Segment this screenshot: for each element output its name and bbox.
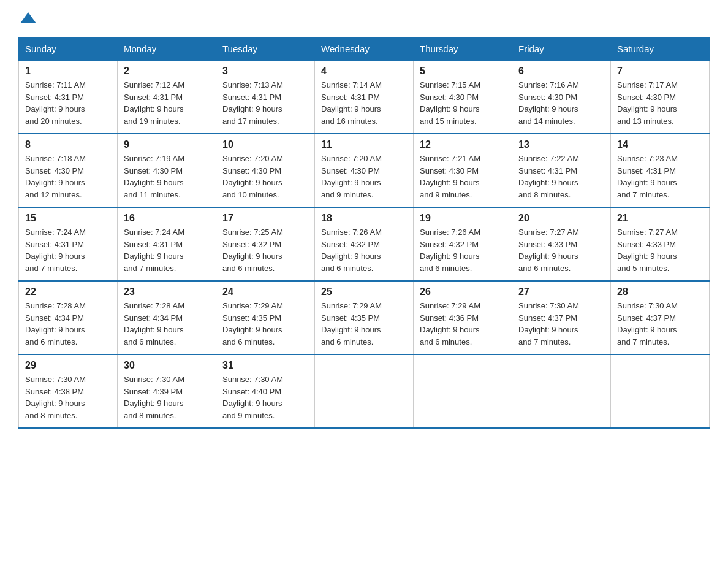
- day-number: 6: [518, 66, 604, 77]
- calendar-cell: 16Sunrise: 7:24 AMSunset: 4:31 PMDayligh…: [118, 207, 216, 281]
- calendar-cell: 31Sunrise: 7:30 AMSunset: 4:40 PMDayligh…: [216, 354, 315, 428]
- calendar-cell: 23Sunrise: 7:28 AMSunset: 4:34 PMDayligh…: [118, 281, 216, 354]
- calendar-week-row: 15Sunrise: 7:24 AMSunset: 4:31 PMDayligh…: [19, 207, 710, 281]
- day-info: Sunrise: 7:19 AMSunset: 4:30 PMDaylight:…: [124, 153, 210, 201]
- calendar-cell: 6Sunrise: 7:16 AMSunset: 4:30 PMDaylight…: [512, 61, 611, 134]
- calendar-cell: 22Sunrise: 7:28 AMSunset: 4:34 PMDayligh…: [19, 281, 118, 354]
- day-number: 23: [124, 286, 210, 297]
- day-number: 28: [617, 286, 703, 297]
- day-info: Sunrise: 7:27 AMSunset: 4:33 PMDaylight:…: [518, 226, 604, 274]
- calendar-cell: 9Sunrise: 7:19 AMSunset: 4:30 PMDaylight…: [118, 134, 216, 207]
- day-info: Sunrise: 7:28 AMSunset: 4:34 PMDaylight:…: [124, 300, 210, 348]
- calendar-week-row: 29Sunrise: 7:30 AMSunset: 4:38 PMDayligh…: [19, 354, 710, 428]
- logo: [18, 12, 36, 25]
- column-header-monday: Monday: [118, 37, 216, 61]
- day-info: Sunrise: 7:14 AMSunset: 4:31 PMDaylight:…: [321, 79, 407, 127]
- calendar-cell: 14Sunrise: 7:23 AMSunset: 4:31 PMDayligh…: [611, 134, 710, 207]
- calendar-cell: 5Sunrise: 7:15 AMSunset: 4:30 PMDaylight…: [414, 61, 512, 134]
- day-info: Sunrise: 7:25 AMSunset: 4:32 PMDaylight:…: [222, 226, 308, 274]
- calendar-cell: [414, 354, 512, 428]
- day-number: 4: [321, 66, 407, 77]
- calendar-cell: [611, 354, 710, 428]
- day-info: Sunrise: 7:27 AMSunset: 4:33 PMDaylight:…: [617, 226, 703, 274]
- calendar-cell: 12Sunrise: 7:21 AMSunset: 4:30 PMDayligh…: [414, 134, 512, 207]
- day-number: 16: [124, 213, 210, 224]
- day-number: 27: [518, 286, 604, 297]
- calendar-cell: 17Sunrise: 7:25 AMSunset: 4:32 PMDayligh…: [216, 207, 315, 281]
- calendar-cell: 20Sunrise: 7:27 AMSunset: 4:33 PMDayligh…: [512, 207, 611, 281]
- day-info: Sunrise: 7:17 AMSunset: 4:30 PMDaylight:…: [617, 79, 703, 127]
- calendar-cell: 10Sunrise: 7:20 AMSunset: 4:30 PMDayligh…: [216, 134, 315, 207]
- calendar-cell: 3Sunrise: 7:13 AMSunset: 4:31 PMDaylight…: [216, 61, 315, 134]
- day-info: Sunrise: 7:30 AMSunset: 4:40 PMDaylight:…: [222, 373, 308, 421]
- day-info: Sunrise: 7:20 AMSunset: 4:30 PMDaylight:…: [321, 153, 407, 201]
- column-header-thursday: Thursday: [414, 37, 512, 61]
- column-header-tuesday: Tuesday: [216, 37, 315, 61]
- day-number: 29: [25, 360, 111, 371]
- day-info: Sunrise: 7:29 AMSunset: 4:35 PMDaylight:…: [321, 300, 407, 348]
- calendar-week-row: 22Sunrise: 7:28 AMSunset: 4:34 PMDayligh…: [19, 281, 710, 354]
- calendar-cell: 30Sunrise: 7:30 AMSunset: 4:39 PMDayligh…: [118, 354, 216, 428]
- calendar-cell: [512, 354, 611, 428]
- day-info: Sunrise: 7:23 AMSunset: 4:31 PMDaylight:…: [617, 153, 703, 201]
- calendar-cell: 11Sunrise: 7:20 AMSunset: 4:30 PMDayligh…: [315, 134, 414, 207]
- day-info: Sunrise: 7:30 AMSunset: 4:39 PMDaylight:…: [124, 373, 210, 421]
- calendar-week-row: 8Sunrise: 7:18 AMSunset: 4:30 PMDaylight…: [19, 134, 710, 207]
- day-number: 11: [321, 139, 407, 150]
- day-number: 30: [124, 360, 210, 371]
- calendar-cell: 18Sunrise: 7:26 AMSunset: 4:32 PMDayligh…: [315, 207, 414, 281]
- day-number: 18: [321, 213, 407, 224]
- day-number: 7: [617, 66, 703, 77]
- calendar-cell: 1Sunrise: 7:11 AMSunset: 4:31 PMDaylight…: [19, 61, 118, 134]
- calendar-cell: 24Sunrise: 7:29 AMSunset: 4:35 PMDayligh…: [216, 281, 315, 354]
- calendar-header-row: SundayMondayTuesdayWednesdayThursdayFrid…: [19, 37, 710, 61]
- day-number: 1: [25, 66, 111, 77]
- calendar-cell: 8Sunrise: 7:18 AMSunset: 4:30 PMDaylight…: [19, 134, 118, 207]
- day-info: Sunrise: 7:20 AMSunset: 4:30 PMDaylight:…: [222, 153, 308, 201]
- day-number: 19: [420, 213, 506, 224]
- calendar-cell: 2Sunrise: 7:12 AMSunset: 4:31 PMDaylight…: [118, 61, 216, 134]
- day-info: Sunrise: 7:24 AMSunset: 4:31 PMDaylight:…: [124, 226, 210, 274]
- day-info: Sunrise: 7:30 AMSunset: 4:37 PMDaylight:…: [518, 300, 604, 348]
- calendar-cell: 21Sunrise: 7:27 AMSunset: 4:33 PMDayligh…: [611, 207, 710, 281]
- day-info: Sunrise: 7:22 AMSunset: 4:31 PMDaylight:…: [518, 153, 604, 201]
- day-number: 20: [518, 213, 604, 224]
- day-info: Sunrise: 7:15 AMSunset: 4:30 PMDaylight:…: [420, 79, 506, 127]
- day-number: 17: [222, 213, 308, 224]
- day-number: 2: [124, 66, 210, 77]
- page-header: [18, 12, 710, 25]
- day-number: 22: [25, 286, 111, 297]
- day-info: Sunrise: 7:16 AMSunset: 4:30 PMDaylight:…: [518, 79, 604, 127]
- day-info: Sunrise: 7:12 AMSunset: 4:31 PMDaylight:…: [124, 79, 210, 127]
- day-info: Sunrise: 7:26 AMSunset: 4:32 PMDaylight:…: [420, 226, 506, 274]
- calendar-cell: 15Sunrise: 7:24 AMSunset: 4:31 PMDayligh…: [19, 207, 118, 281]
- calendar-cell: 19Sunrise: 7:26 AMSunset: 4:32 PMDayligh…: [414, 207, 512, 281]
- column-header-saturday: Saturday: [611, 37, 710, 61]
- column-header-sunday: Sunday: [19, 37, 118, 61]
- day-number: 12: [420, 139, 506, 150]
- column-header-wednesday: Wednesday: [315, 37, 414, 61]
- calendar-cell: 29Sunrise: 7:30 AMSunset: 4:38 PMDayligh…: [19, 354, 118, 428]
- logo-triangle-icon: [20, 12, 36, 23]
- day-number: 3: [222, 66, 308, 77]
- calendar-cell: 4Sunrise: 7:14 AMSunset: 4:31 PMDaylight…: [315, 61, 414, 134]
- day-info: Sunrise: 7:29 AMSunset: 4:35 PMDaylight:…: [222, 300, 308, 348]
- calendar-cell: 28Sunrise: 7:30 AMSunset: 4:37 PMDayligh…: [611, 281, 710, 354]
- day-info: Sunrise: 7:21 AMSunset: 4:30 PMDaylight:…: [420, 153, 506, 201]
- day-info: Sunrise: 7:30 AMSunset: 4:38 PMDaylight:…: [25, 373, 111, 421]
- day-number: 9: [124, 139, 210, 150]
- day-number: 5: [420, 66, 506, 77]
- calendar-cell: [315, 354, 414, 428]
- day-number: 25: [321, 286, 407, 297]
- day-info: Sunrise: 7:11 AMSunset: 4:31 PMDaylight:…: [25, 79, 111, 127]
- calendar-week-row: 1Sunrise: 7:11 AMSunset: 4:31 PMDaylight…: [19, 61, 710, 134]
- day-info: Sunrise: 7:18 AMSunset: 4:30 PMDaylight:…: [25, 153, 111, 201]
- column-header-friday: Friday: [512, 37, 611, 61]
- day-number: 13: [518, 139, 604, 150]
- calendar-cell: 26Sunrise: 7:29 AMSunset: 4:36 PMDayligh…: [414, 281, 512, 354]
- day-number: 8: [25, 139, 111, 150]
- day-number: 15: [25, 213, 111, 224]
- calendar-cell: 25Sunrise: 7:29 AMSunset: 4:35 PMDayligh…: [315, 281, 414, 354]
- calendar-cell: 7Sunrise: 7:17 AMSunset: 4:30 PMDaylight…: [611, 61, 710, 134]
- day-info: Sunrise: 7:29 AMSunset: 4:36 PMDaylight:…: [420, 300, 506, 348]
